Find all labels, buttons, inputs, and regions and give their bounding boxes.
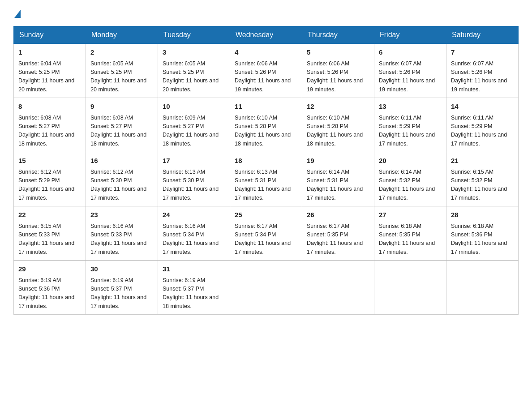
- day-info: Sunrise: 6:11 AMSunset: 5:29 PMDaylight:…: [379, 114, 442, 149]
- weekday-header-wednesday: Wednesday: [230, 26, 302, 44]
- day-number: 22: [18, 210, 81, 220]
- day-info: Sunrise: 6:09 AMSunset: 5:27 PMDaylight:…: [163, 114, 225, 149]
- day-number: 6: [379, 47, 442, 58]
- day-info: Sunrise: 6:07 AMSunset: 5:26 PMDaylight:…: [379, 60, 442, 94]
- day-info: Sunrise: 6:19 AMSunset: 5:36 PMDaylight:…: [18, 276, 81, 311]
- day-info: Sunrise: 6:18 AMSunset: 5:36 PMDaylight:…: [451, 222, 514, 257]
- weekday-header-friday: Friday: [374, 26, 446, 44]
- weekday-header-sunday: Sunday: [14, 26, 86, 44]
- day-number: 20: [379, 156, 442, 166]
- calendar-day-cell: 11Sunrise: 6:10 AMSunset: 5:28 PMDayligh…: [230, 98, 302, 152]
- day-number: 11: [235, 102, 297, 112]
- day-number: 15: [18, 156, 81, 166]
- day-info: Sunrise: 6:12 AMSunset: 5:30 PMDaylight:…: [90, 168, 153, 203]
- calendar-day-cell: 13Sunrise: 6:11 AMSunset: 5:29 PMDayligh…: [374, 98, 446, 152]
- calendar-day-cell: 20Sunrise: 6:14 AMSunset: 5:32 PMDayligh…: [374, 152, 446, 206]
- calendar-day-cell: 7Sunrise: 6:07 AMSunset: 5:26 PMDaylight…: [446, 44, 519, 98]
- day-number: 4: [235, 47, 297, 58]
- day-info: Sunrise: 6:19 AMSunset: 5:37 PMDaylight:…: [163, 276, 225, 311]
- day-info: Sunrise: 6:05 AMSunset: 5:25 PMDaylight:…: [90, 60, 153, 94]
- day-info: Sunrise: 6:17 AMSunset: 5:34 PMDaylight:…: [235, 222, 297, 257]
- day-info: Sunrise: 6:05 AMSunset: 5:25 PMDaylight:…: [163, 60, 225, 94]
- day-info: Sunrise: 6:16 AMSunset: 5:34 PMDaylight:…: [163, 222, 225, 257]
- calendar-day-cell: 28Sunrise: 6:18 AMSunset: 5:36 PMDayligh…: [446, 206, 519, 261]
- calendar-day-cell: 9Sunrise: 6:08 AMSunset: 5:27 PMDaylight…: [86, 98, 158, 152]
- calendar-day-cell: 23Sunrise: 6:16 AMSunset: 5:33 PMDayligh…: [86, 206, 158, 261]
- calendar-day-cell: 30Sunrise: 6:19 AMSunset: 5:37 PMDayligh…: [86, 261, 158, 315]
- logo-triangle-icon: [14, 10, 21, 18]
- day-number: 23: [90, 210, 153, 220]
- calendar-day-cell: 6Sunrise: 6:07 AMSunset: 5:26 PMDaylight…: [374, 44, 446, 98]
- weekday-header-tuesday: Tuesday: [158, 26, 230, 44]
- calendar-day-cell: 31Sunrise: 6:19 AMSunset: 5:37 PMDayligh…: [158, 261, 230, 315]
- day-number: 28: [451, 210, 514, 220]
- day-number: 29: [18, 264, 81, 274]
- day-number: 16: [90, 156, 153, 166]
- day-info: Sunrise: 6:08 AMSunset: 5:27 PMDaylight:…: [90, 114, 153, 149]
- day-info: Sunrise: 6:10 AMSunset: 5:28 PMDaylight:…: [235, 114, 297, 149]
- calendar-day-cell: 19Sunrise: 6:14 AMSunset: 5:31 PMDayligh…: [302, 152, 374, 206]
- weekday-header-row: SundayMondayTuesdayWednesdayThursdayFrid…: [14, 26, 519, 44]
- calendar-day-cell: [302, 261, 374, 315]
- day-info: Sunrise: 6:04 AMSunset: 5:25 PMDaylight:…: [18, 60, 81, 94]
- day-number: 31: [163, 264, 225, 274]
- calendar-week-row: 29Sunrise: 6:19 AMSunset: 5:36 PMDayligh…: [14, 261, 519, 315]
- day-info: Sunrise: 6:13 AMSunset: 5:30 PMDaylight:…: [163, 168, 225, 203]
- calendar-day-cell: 29Sunrise: 6:19 AMSunset: 5:36 PMDayligh…: [14, 261, 86, 315]
- calendar-day-cell: 21Sunrise: 6:15 AMSunset: 5:32 PMDayligh…: [446, 152, 519, 206]
- weekday-header-saturday: Saturday: [446, 26, 519, 44]
- calendar-day-cell: 27Sunrise: 6:18 AMSunset: 5:35 PMDayligh…: [374, 206, 446, 261]
- day-number: 24: [163, 210, 225, 220]
- logo: [13, 9, 21, 17]
- calendar-day-cell: 22Sunrise: 6:15 AMSunset: 5:33 PMDayligh…: [14, 206, 86, 261]
- day-info: Sunrise: 6:06 AMSunset: 5:26 PMDaylight:…: [235, 60, 297, 94]
- calendar-day-cell: [374, 261, 446, 315]
- day-info: Sunrise: 6:11 AMSunset: 5:29 PMDaylight:…: [451, 114, 514, 149]
- day-info: Sunrise: 6:07 AMSunset: 5:26 PMDaylight:…: [451, 60, 514, 94]
- day-number: 18: [235, 156, 297, 166]
- calendar-day-cell: 12Sunrise: 6:10 AMSunset: 5:28 PMDayligh…: [302, 98, 374, 152]
- day-info: Sunrise: 6:13 AMSunset: 5:31 PMDaylight:…: [235, 168, 297, 203]
- day-info: Sunrise: 6:14 AMSunset: 5:32 PMDaylight:…: [379, 168, 442, 203]
- day-number: 1: [18, 47, 81, 58]
- day-number: 3: [163, 47, 225, 58]
- day-number: 26: [307, 210, 369, 220]
- day-info: Sunrise: 6:06 AMSunset: 5:26 PMDaylight:…: [307, 60, 369, 94]
- calendar-day-cell: 2Sunrise: 6:05 AMSunset: 5:25 PMDaylight…: [86, 44, 158, 98]
- calendar-day-cell: 15Sunrise: 6:12 AMSunset: 5:29 PMDayligh…: [14, 152, 86, 206]
- day-number: 10: [163, 102, 225, 112]
- weekday-header-monday: Monday: [86, 26, 158, 44]
- calendar-week-row: 15Sunrise: 6:12 AMSunset: 5:29 PMDayligh…: [14, 152, 519, 206]
- day-number: 17: [163, 156, 225, 166]
- calendar-day-cell: 14Sunrise: 6:11 AMSunset: 5:29 PMDayligh…: [446, 98, 519, 152]
- calendar-day-cell: 1Sunrise: 6:04 AMSunset: 5:25 PMDaylight…: [14, 44, 86, 98]
- calendar-day-cell: 17Sunrise: 6:13 AMSunset: 5:30 PMDayligh…: [158, 152, 230, 206]
- day-number: 9: [90, 102, 153, 112]
- day-info: Sunrise: 6:18 AMSunset: 5:35 PMDaylight:…: [379, 222, 442, 257]
- calendar-day-cell: 3Sunrise: 6:05 AMSunset: 5:25 PMDaylight…: [158, 44, 230, 98]
- calendar-day-cell: 25Sunrise: 6:17 AMSunset: 5:34 PMDayligh…: [230, 206, 302, 261]
- weekday-header-thursday: Thursday: [302, 26, 374, 44]
- calendar-day-cell: [230, 261, 302, 315]
- day-info: Sunrise: 6:17 AMSunset: 5:35 PMDaylight:…: [307, 222, 369, 257]
- day-number: 25: [235, 210, 297, 220]
- calendar-day-cell: 18Sunrise: 6:13 AMSunset: 5:31 PMDayligh…: [230, 152, 302, 206]
- calendar-day-cell: 24Sunrise: 6:16 AMSunset: 5:34 PMDayligh…: [158, 206, 230, 261]
- day-info: Sunrise: 6:08 AMSunset: 5:27 PMDaylight:…: [18, 114, 81, 149]
- day-number: 2: [90, 47, 153, 58]
- day-info: Sunrise: 6:15 AMSunset: 5:32 PMDaylight:…: [451, 168, 514, 203]
- day-info: Sunrise: 6:14 AMSunset: 5:31 PMDaylight:…: [307, 168, 369, 203]
- day-number: 27: [379, 210, 442, 220]
- day-number: 8: [18, 102, 81, 112]
- day-number: 21: [451, 156, 514, 166]
- day-number: 19: [307, 156, 369, 166]
- day-number: 7: [451, 47, 514, 58]
- calendar-day-cell: 26Sunrise: 6:17 AMSunset: 5:35 PMDayligh…: [302, 206, 374, 261]
- day-number: 14: [451, 102, 514, 112]
- day-info: Sunrise: 6:19 AMSunset: 5:37 PMDaylight:…: [90, 276, 153, 311]
- day-info: Sunrise: 6:16 AMSunset: 5:33 PMDaylight:…: [90, 222, 153, 257]
- page-header: [13, 9, 519, 17]
- calendar-day-cell: 10Sunrise: 6:09 AMSunset: 5:27 PMDayligh…: [158, 98, 230, 152]
- day-number: 12: [307, 102, 369, 112]
- calendar-day-cell: 16Sunrise: 6:12 AMSunset: 5:30 PMDayligh…: [86, 152, 158, 206]
